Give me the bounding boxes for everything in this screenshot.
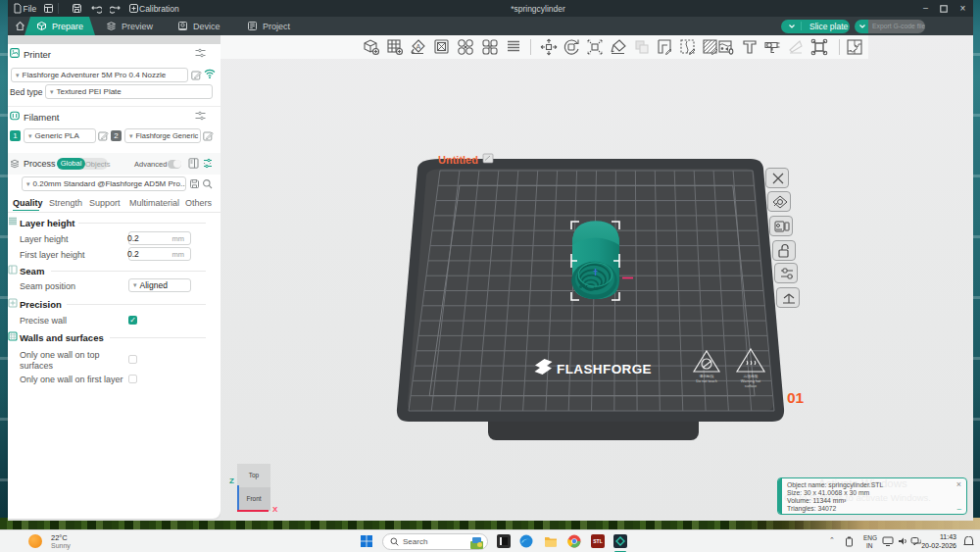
svg-text:FLASHFORGE: FLASHFORGE	[557, 362, 652, 376]
svg-text:请勿触摸: 请勿触摸	[699, 374, 713, 378]
svg-text:surface: surface	[745, 384, 757, 388]
svg-text:01: 01	[787, 389, 805, 406]
svg-text:Warning hot: Warning hot	[741, 379, 761, 383]
svg-text:Do not touch: Do not touch	[696, 379, 717, 383]
svg-text:Untitled: Untitled	[438, 154, 478, 166]
svg-text:高温危险: 高温危险	[743, 374, 758, 378]
